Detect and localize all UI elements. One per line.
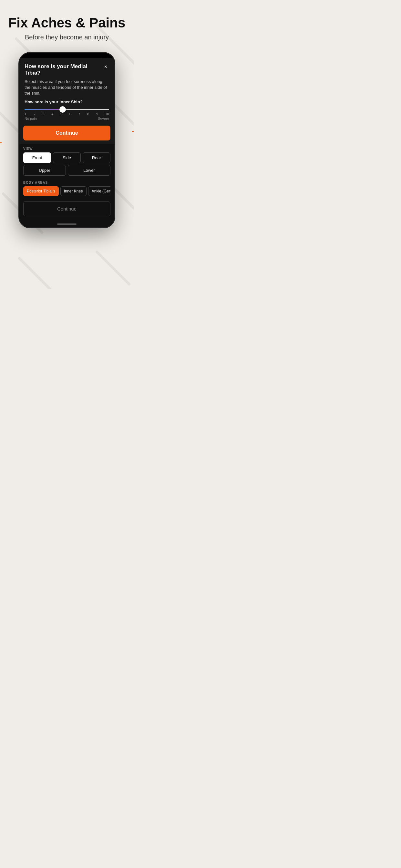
slider-num-1: 1 [25, 112, 27, 116]
modal-continue-label: Continue [56, 130, 78, 135]
header-section: Fix Aches & Pains Before they become an … [0, 0, 134, 49]
view-button-upper[interactable]: Upper [23, 165, 66, 176]
annotation-arrow-right [130, 128, 134, 136]
slider-thumb[interactable] [59, 106, 66, 113]
slider-label-no-pain: No pain [25, 117, 37, 120]
modal-close-button[interactable]: × [102, 63, 109, 70]
view-buttons-row1: Front Side Rear [23, 152, 111, 163]
slider-num-9: 9 [96, 112, 98, 116]
slider-num-8: 8 [87, 112, 89, 116]
body-areas-section: BODY AREAS Posterior Tibialis Inner Knee… [19, 181, 114, 198]
modal-title: How sore is your Medial Tibia? [25, 63, 102, 76]
bottom-continue-button[interactable]: Continue [23, 201, 111, 216]
slider-labels: No pain Severe [25, 117, 109, 120]
view-button-front[interactable]: Front [23, 152, 51, 163]
slider-num-10: 10 [105, 112, 109, 116]
home-indicator [19, 221, 114, 227]
screen-content: Where are you usually sore? [19, 78, 114, 144]
view-buttons-row2: Upper Lower [23, 165, 111, 176]
slider-label-severe: Severe [98, 117, 109, 120]
modal-continue-button[interactable]: Continue [23, 126, 111, 141]
bottom-continue-label: Continue [57, 206, 76, 212]
home-bar [57, 223, 76, 225]
phone-container: 9:41 ∿ [0, 49, 134, 238]
main-title: Fix Aches & Pains [8, 16, 126, 30]
slider-num-6: 6 [69, 112, 71, 116]
phone-mockup: 9:41 ∿ [19, 52, 115, 228]
body-areas-chips: Posterior Tibialis Inner Knee Ankle (Gen… [23, 186, 111, 196]
view-button-side[interactable]: Side [53, 152, 81, 163]
svg-line-12 [26, 265, 58, 289]
main-subtitle: Before they become an injury [8, 34, 126, 41]
bottom-continue-section: Continue [19, 198, 114, 221]
soreness-modal: How sore is your Medial Tibia? × Select … [19, 58, 114, 145]
slider-numbers: 1 2 3 4 5 6 7 8 9 10 [25, 112, 109, 116]
svg-line-11 [19, 258, 52, 289]
slider-num-7: 7 [79, 112, 81, 116]
chip-posterior-tibialis[interactable]: Posterior Tibialis [23, 186, 59, 196]
slider-num-2: 2 [34, 112, 35, 116]
body-areas-label: BODY AREAS [23, 181, 111, 184]
modal-soreness-label: How sore is your Inner Shin? [19, 99, 114, 107]
view-button-rear[interactable]: Rear [83, 152, 111, 163]
svg-line-13 [97, 252, 129, 284]
annotation-arrow-left [0, 140, 3, 147]
view-section-label: VIEW [23, 147, 111, 151]
slider-track [25, 109, 109, 110]
chip-inner-knee[interactable]: Inner Knee [60, 186, 87, 196]
modal-description: Select this area if you feel soreness al… [19, 79, 114, 100]
soreness-slider[interactable]: 1 2 3 4 5 6 7 8 9 10 No pain Severe [19, 107, 114, 122]
slider-num-4: 4 [51, 112, 53, 116]
modal-header: How sore is your Medial Tibia? × [19, 58, 114, 79]
view-section: VIEW Front Side Rear Upper Lower [19, 144, 114, 181]
chip-ankle-general[interactable]: Ankle (General) [88, 186, 111, 196]
view-button-lower[interactable]: Lower [68, 165, 111, 176]
slider-num-3: 3 [42, 112, 44, 116]
